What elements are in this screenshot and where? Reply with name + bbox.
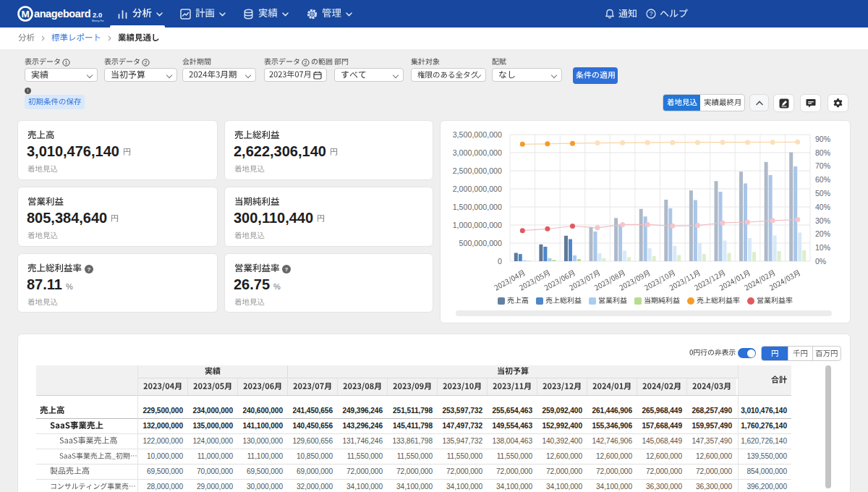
svg-text:0%: 0% (815, 257, 826, 266)
svg-text:3,500,000,000: 3,500,000,000 (453, 130, 502, 139)
svg-text:80%: 80% (815, 148, 830, 157)
svg-text:Money Forward: Money Forward (92, 20, 104, 22)
svg-text:20%: 20% (815, 229, 830, 238)
svg-text:1,000,000,000: 1,000,000,000 (453, 221, 502, 229)
svg-text:3,000,000,000: 3,000,000,000 (453, 148, 502, 157)
svg-text:!: ! (27, 88, 29, 93)
svg-text:M: M (21, 9, 29, 20)
svg-text:2.0: 2.0 (93, 11, 102, 19)
svg-text:60%: 60% (815, 175, 830, 184)
svg-text:10%: 10% (815, 243, 830, 252)
svg-text:?: ? (88, 266, 91, 272)
svg-text:70%: 70% (815, 161, 830, 170)
svg-text:2: 2 (145, 60, 148, 65)
svg-text:500,000,000: 500,000,000 (459, 239, 502, 247)
svg-text:40%: 40% (815, 203, 830, 211)
svg-text:1: 1 (65, 60, 68, 65)
svg-text:?: ? (285, 266, 289, 272)
svg-text:2,000,000,000: 2,000,000,000 (453, 184, 502, 193)
svg-text:2: 2 (305, 60, 307, 65)
svg-text:1,500,000,000: 1,500,000,000 (453, 203, 502, 211)
svg-text:2,500,000,000: 2,500,000,000 (453, 166, 502, 175)
svg-text:30%: 30% (815, 216, 830, 225)
svg-text:0: 0 (498, 257, 502, 266)
svg-text:50%: 50% (815, 189, 830, 198)
svg-text:?: ? (650, 10, 653, 17)
svg-text:90%: 90% (815, 135, 830, 143)
svg-text:anageboard: anageboard (34, 8, 90, 20)
